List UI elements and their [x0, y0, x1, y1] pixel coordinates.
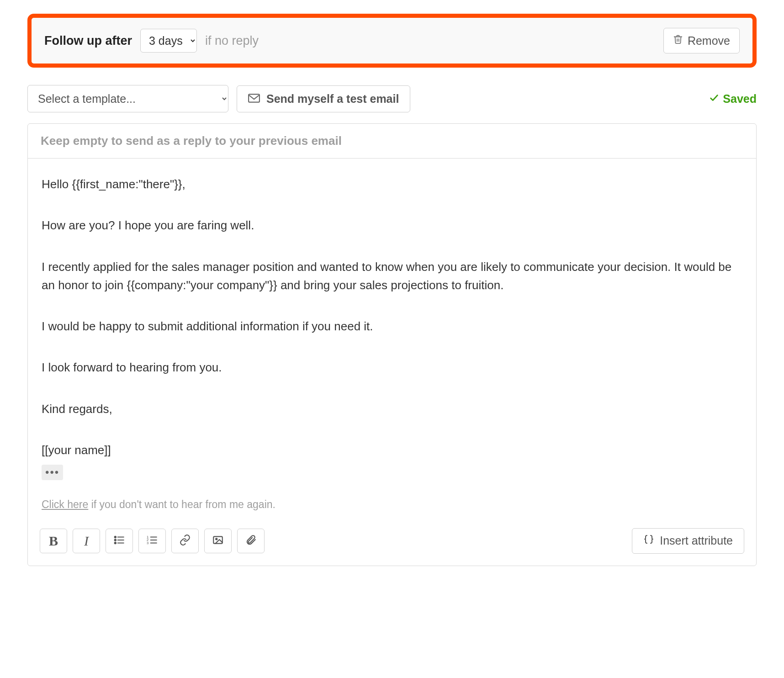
svg-point-14	[216, 539, 217, 540]
bullet-list-icon	[113, 534, 125, 547]
body-paragraph: I recently applied for the sales manager…	[42, 258, 742, 295]
email-body[interactable]: Hello {{first_name:"there"}}, How are yo…	[28, 159, 756, 519]
template-select[interactable]: Select a template...	[27, 85, 228, 112]
image-button[interactable]	[204, 529, 232, 553]
controls-row: Select a template... Send myself a test …	[27, 85, 757, 112]
followup-label-before: Follow up after	[44, 34, 132, 48]
remove-button[interactable]: Remove	[663, 28, 740, 53]
numbered-list-button[interactable]: 1 2 3	[138, 529, 166, 553]
check-icon	[709, 92, 719, 106]
italic-button[interactable]: I	[73, 529, 100, 553]
email-editor: Hello {{first_name:"there"}}, How are yo…	[27, 123, 757, 566]
svg-point-3	[115, 542, 116, 544]
unsubscribe-rest: if you don't want to hear from me again.	[88, 498, 275, 510]
svg-rect-13	[213, 537, 222, 544]
image-icon	[212, 534, 224, 547]
insert-attribute-button[interactable]: Insert attribute	[632, 528, 744, 554]
svg-rect-0	[249, 94, 260, 102]
send-test-email-label: Send myself a test email	[266, 92, 399, 106]
body-paragraph: Hello {{first_name:"there"}},	[42, 175, 742, 193]
attachment-button[interactable]	[237, 529, 265, 553]
numbered-list-icon: 1 2 3	[146, 534, 158, 547]
link-icon	[179, 534, 191, 547]
followup-bar: Follow up after 3 days if no reply Remov…	[32, 18, 752, 64]
saved-indicator: Saved	[709, 92, 757, 106]
bold-button[interactable]: B	[40, 529, 67, 553]
link-button[interactable]	[171, 529, 199, 553]
bold-icon: B	[49, 533, 58, 549]
italic-icon: I	[84, 533, 89, 549]
envelope-icon	[248, 92, 260, 106]
followup-days-select[interactable]: 3 days	[140, 29, 197, 53]
body-signature: [[your name]]	[42, 441, 742, 459]
trash-icon	[673, 34, 683, 48]
unsubscribe-link[interactable]: Click here	[42, 498, 88, 510]
svg-text:3: 3	[147, 541, 148, 545]
followup-highlight-box: Follow up after 3 days if no reply Remov…	[27, 14, 757, 68]
paperclip-icon	[245, 534, 257, 547]
insert-attribute-label: Insert attribute	[660, 534, 733, 547]
body-paragraph: I would be happy to submit additional in…	[42, 317, 742, 335]
body-paragraph: How are you? I hope you are faring well.	[42, 216, 742, 234]
expand-quoted-icon[interactable]: •••	[42, 465, 63, 480]
unsubscribe-line: Click here if you don't want to hear fro…	[42, 498, 742, 511]
subject-input[interactable]	[28, 124, 756, 159]
followup-label-after: if no reply	[205, 34, 259, 48]
bullet-list-button[interactable]	[106, 529, 133, 553]
body-paragraph: I look forward to hearing from you.	[42, 358, 742, 376]
svg-point-2	[115, 540, 116, 541]
braces-icon	[643, 534, 654, 548]
editor-toolbar: B I	[28, 519, 756, 566]
svg-point-1	[115, 536, 116, 538]
body-paragraph: Kind regards,	[42, 400, 742, 418]
remove-button-label: Remove	[688, 34, 730, 48]
send-test-email-button[interactable]: Send myself a test email	[237, 85, 410, 112]
saved-label: Saved	[723, 92, 757, 106]
